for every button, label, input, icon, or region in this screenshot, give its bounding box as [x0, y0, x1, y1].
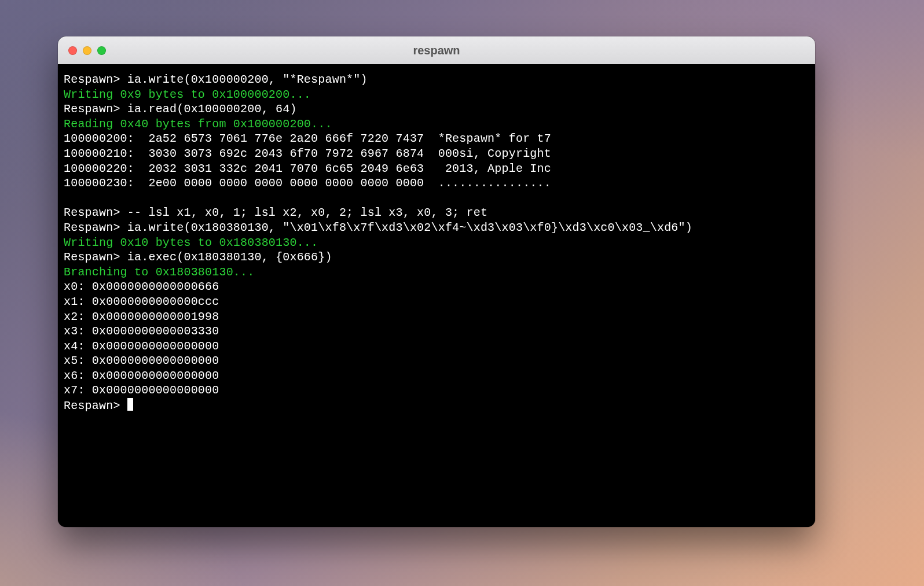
status-line: Reading 0x40 bytes from 0x100000200...	[64, 117, 809, 132]
output-line: x4: 0x0000000000000000	[64, 339, 809, 354]
titlebar[interactable]: respawn	[58, 36, 815, 65]
output-line: x3: 0x0000000000003330	[64, 324, 809, 339]
command-line: Respawn> ia.write(0x100000200, "*Respawn…	[64, 72, 809, 87]
output-line: x6: 0x0000000000000000	[64, 368, 809, 384]
zoom-icon[interactable]	[97, 46, 106, 55]
output-line: 100000200: 2a52 6573 7061 776e 2a20 666f…	[64, 131, 809, 146]
desktop-background: respawn Respawn> ia.write(0x100000200, "…	[0, 0, 924, 586]
minimize-icon[interactable]	[83, 46, 91, 55]
output-line: 100000230: 2e00 0000 0000 0000 0000 0000…	[64, 176, 809, 191]
status-line: Writing 0x10 bytes to 0x180380130...	[64, 235, 809, 250]
prompt-line: Respawn>	[64, 398, 809, 414]
command-line: Respawn> ia.write(0x180380130, "\x01\xf8…	[64, 220, 809, 235]
output-line: x1: 0x0000000000000ccc	[64, 294, 809, 309]
output-line: 100000220: 2032 3031 332c 2041 7070 6c65…	[64, 161, 809, 176]
close-icon[interactable]	[68, 46, 77, 55]
output-line: x2: 0x0000000000001998	[64, 309, 809, 325]
terminal-viewport[interactable]: Respawn> ia.write(0x100000200, "*Respawn…	[58, 64, 815, 527]
command-line: Respawn> ia.read(0x100000200, 64)	[64, 102, 809, 117]
output-line: x0: 0x0000000000000666	[64, 279, 809, 294]
status-line: Branching to 0x180380130...	[64, 265, 809, 280]
command-line: Respawn> -- lsl x1, x0, 1; lsl x2, x0, 2…	[64, 205, 809, 220]
traffic-lights	[58, 46, 106, 55]
terminal-window: respawn Respawn> ia.write(0x100000200, "…	[58, 36, 815, 527]
window-title: respawn	[58, 44, 815, 57]
blank-line	[64, 191, 809, 206]
output-line: x5: 0x0000000000000000	[64, 353, 809, 368]
output-line: x7: 0x0000000000000000	[64, 383, 809, 398]
cursor-icon[interactable]	[127, 398, 133, 411]
command-line: Respawn> ia.exec(0x180380130, {0x666})	[64, 250, 809, 265]
status-line: Writing 0x9 bytes to 0x100000200...	[64, 87, 809, 102]
output-line: 100000210: 3030 3073 692c 2043 6f70 7972…	[64, 146, 809, 161]
